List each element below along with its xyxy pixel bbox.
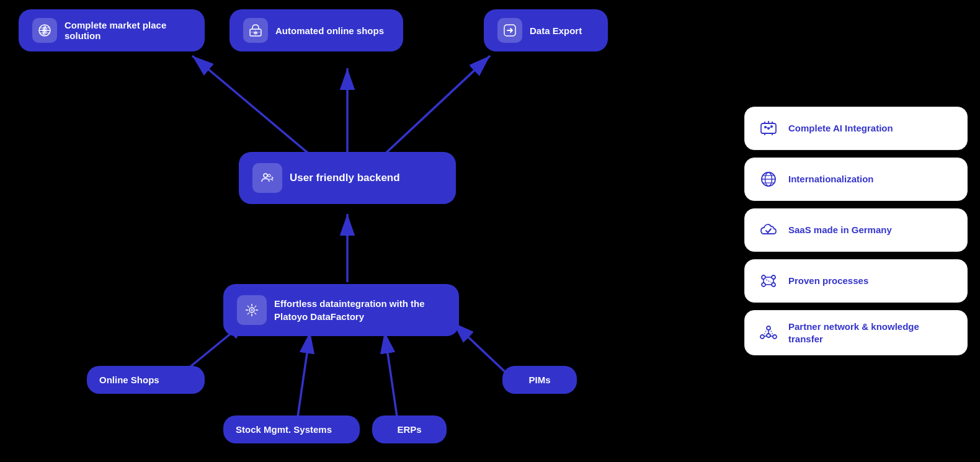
pims-label: PIMs bbox=[528, 375, 550, 385]
datafactory-icon bbox=[237, 295, 267, 325]
svg-line-4 bbox=[378, 56, 490, 160]
marketplace-icon bbox=[32, 18, 57, 43]
stock-label: Stock Mgmt. Systems bbox=[236, 424, 332, 435]
node-data-export: Data Export bbox=[484, 9, 608, 51]
svg-point-31 bbox=[770, 125, 773, 128]
svg-line-9 bbox=[453, 322, 509, 375]
svg-point-30 bbox=[767, 127, 770, 130]
partner-label: Partner network & knowledge transfer bbox=[788, 321, 955, 345]
svg-point-19 bbox=[264, 174, 267, 177]
sidebar-card-saas: SaaS made in Germany bbox=[744, 208, 968, 252]
globe-icon bbox=[757, 168, 780, 190]
node-datafactory: Effortless dataintegration with the Plat… bbox=[223, 284, 459, 336]
svg-line-33 bbox=[770, 127, 770, 128]
user-backend-label: User friendly backend bbox=[290, 172, 400, 184]
network-icon bbox=[757, 322, 780, 344]
svg-line-7 bbox=[298, 332, 310, 417]
online-shops-bottom-label: Online Shops bbox=[99, 375, 159, 385]
data-export-label: Data Export bbox=[530, 25, 582, 36]
node-online-shops-top: Automated online shops bbox=[229, 9, 403, 51]
export-icon bbox=[497, 18, 522, 43]
svg-point-39 bbox=[762, 275, 765, 279]
saas-label: SaaS made in Germany bbox=[788, 224, 892, 236]
shop-icon bbox=[243, 18, 268, 43]
ai-label: Complete AI Integration bbox=[788, 122, 893, 135]
processes-label: Proven processes bbox=[788, 275, 868, 287]
erps-label: ERPs bbox=[397, 424, 421, 435]
cloud-icon bbox=[757, 219, 780, 241]
diagram-area: Complete market place solution Automated… bbox=[0, 0, 719, 462]
sidebar-card-processes: Proven processes bbox=[744, 259, 968, 303]
svg-line-2 bbox=[192, 56, 316, 160]
node-online-shops-bottom: Online Shops bbox=[87, 366, 205, 394]
node-stock: Stock Mgmt. Systems bbox=[223, 415, 360, 443]
sidebar-card-partner: Partner network & knowledge transfer bbox=[744, 310, 968, 355]
user-backend-icon bbox=[252, 163, 282, 193]
svg-line-47 bbox=[766, 280, 771, 282]
online-shops-top-label: Automated online shops bbox=[275, 25, 384, 36]
svg-point-51 bbox=[767, 334, 770, 337]
sidebar: Complete AI Integration Internationaliza… bbox=[738, 0, 980, 462]
svg-point-22 bbox=[251, 309, 253, 311]
marketplace-label: Complete market place solution bbox=[65, 20, 191, 41]
svg-point-20 bbox=[268, 174, 270, 177]
node-marketplace: Complete market place solution bbox=[19, 9, 205, 51]
datafactory-label: Effortless dataintegration with the Plat… bbox=[274, 297, 445, 323]
sidebar-card-ai: Complete AI Integration bbox=[744, 107, 968, 150]
node-user-backend: User friendly backend bbox=[239, 152, 456, 204]
sidebar-card-intl: Internationalization bbox=[744, 158, 968, 201]
svg-point-41 bbox=[762, 283, 765, 287]
svg-point-40 bbox=[772, 275, 775, 279]
node-pims: PIMs bbox=[502, 366, 577, 394]
ai-icon bbox=[757, 117, 780, 140]
process-icon bbox=[757, 270, 780, 292]
intl-label: Internationalization bbox=[788, 173, 874, 185]
svg-point-29 bbox=[764, 126, 767, 128]
svg-line-32 bbox=[767, 127, 767, 128]
node-erps: ERPs bbox=[372, 415, 447, 443]
svg-point-42 bbox=[772, 283, 775, 287]
svg-line-8 bbox=[385, 332, 397, 417]
